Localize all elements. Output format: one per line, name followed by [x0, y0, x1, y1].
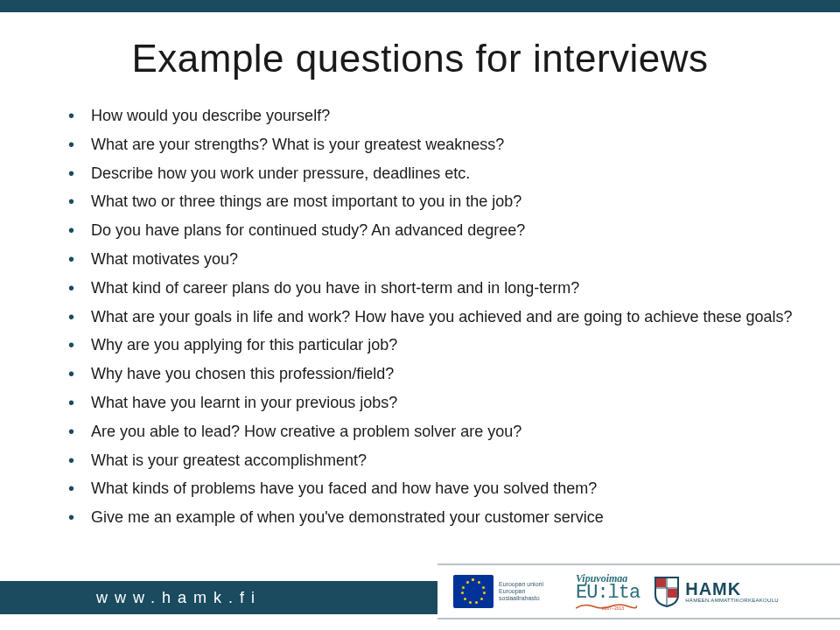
- vipu-wave-icon: 2007–2013: [576, 603, 637, 610]
- list-item: What are your goals in life and work? Ho…: [68, 306, 796, 327]
- list-item: How would you describe yourself?: [68, 105, 796, 126]
- list-item: Do you have plans for continued study? A…: [68, 220, 796, 241]
- hamk-shield-icon: [654, 576, 680, 607]
- hamk-logo: HAMK HÄMEEN AMMATTIKORKEAKOULU: [654, 576, 779, 607]
- list-item: What two or three things are most import…: [68, 191, 796, 212]
- footer-url: www.hamk.fi: [96, 589, 262, 607]
- footer-divider-bottom: [438, 618, 840, 620]
- list-item: What are your strengths? What is your gr…: [68, 134, 796, 155]
- footer-url-bar: www.hamk.fi: [0, 581, 438, 614]
- list-item: What kinds of problems have you faced an…: [68, 478, 796, 499]
- top-accent-bar: [0, 0, 840, 12]
- slide-content: Example questions for interviews How wou…: [0, 12, 840, 564]
- eu-caption-line1: Euroopan unioni: [499, 581, 562, 588]
- vipu-years: 2007–2013: [602, 606, 624, 610]
- svg-rect-0: [656, 578, 666, 587]
- hamk-subtitle: HÄMEEN AMMATTIKORKEAKOULU: [685, 598, 779, 603]
- question-list: How would you describe yourself? What ar…: [44, 105, 796, 528]
- hamk-name: HAMK: [685, 580, 779, 598]
- eu-logo-block: Euroopan unioni Euroopan sosiaalirahasto: [453, 575, 562, 608]
- list-item: What motivates you?: [68, 248, 796, 270]
- hamk-text-block: HAMK HÄMEEN AMMATTIKORKEAKOULU: [685, 580, 779, 603]
- footer-logos: Euroopan unioni Euroopan sosiaalirahasto…: [453, 569, 830, 614]
- list-item: Describe how you work under pressure, de…: [68, 163, 796, 184]
- slide-title: Example questions for interviews: [44, 37, 796, 80]
- list-item: Give me an example of when you've demons…: [68, 507, 796, 528]
- vipu-main-text: EU:lta: [576, 584, 640, 603]
- eu-caption-line2: Euroopan sosiaalirahasto: [499, 588, 562, 601]
- list-item: Are you able to lead? How creative a pro…: [68, 421, 796, 442]
- list-item: What kind of career plans do you have in…: [68, 277, 796, 298]
- svg-rect-1: [668, 589, 677, 598]
- eu-caption: Euroopan unioni Euroopan sosiaalirahasto: [499, 581, 562, 601]
- slide-footer: www.hamk.fi: [0, 564, 840, 630]
- list-item: Why are you applying for this particular…: [68, 334, 796, 355]
- list-item: Why have you chosen this profession/fiel…: [68, 363, 796, 384]
- list-item: What have you learnt in your previous jo…: [68, 392, 796, 413]
- vipuvoimaa-logo: Vipuvoimaa EU:lta 2007–2013: [576, 573, 640, 610]
- footer-divider-top: [438, 564, 840, 565]
- eu-flag-icon: [453, 575, 494, 608]
- list-item: What is your greatest accomplishment?: [68, 450, 796, 471]
